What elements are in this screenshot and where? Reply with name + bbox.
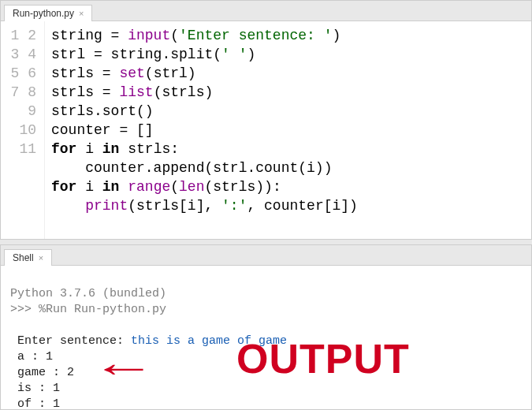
editor-tab-label: Run-python.py [13,8,74,19]
code-token: print [85,198,128,214]
code-token: ) [332,28,340,43]
editor-tab-bar: Run-python.py × [1,1,531,21]
code-token: (strls)): [204,179,281,195]
shell-user-input: this is a game of game [131,334,287,348]
close-icon[interactable]: × [79,9,84,18]
code-token: in [102,179,120,195]
code-token: strls: [119,141,179,157]
shell-body[interactable]: Python 3.7.6 (bundled) >>> %Run Run-pyth… [1,266,531,409]
code-token: counter.append(strl.count(i)) [51,160,332,176]
code-token: ( [170,179,179,195]
editor-pane: Run-python.py × 1 2 3 4 5 6 7 8 9 10 11 … [0,0,532,240]
code-token: (strls[i], [128,198,221,214]
code-token: in [102,141,120,157]
code-token: strls = [51,84,119,100]
shell-output: a : 1 game : 2 is : 1 of : 1 this : 1 [10,350,74,409]
code-token: set [119,65,144,81]
code-token: i [76,179,102,195]
code-token [51,198,85,214]
shell-tab[interactable]: Shell × [4,249,52,266]
code-area[interactable]: 1 2 3 4 5 6 7 8 9 10 11 string = input('… [1,21,531,239]
code-token: ) [247,47,255,62]
code-token: ' ' [221,47,247,62]
code-token: i [76,141,102,157]
code-token: len [179,179,204,195]
code-token [119,179,128,195]
shell-run-command: %Run Run-python.py [39,303,166,316]
code-token: range [128,179,170,195]
code-token: strls = [51,65,119,81]
close-icon[interactable]: × [39,253,43,263]
code-token: (strls) [154,84,214,100]
code-token: input [128,28,170,43]
shell-input-prompt: Enter sentence: [17,334,131,348]
code-token: counter = [] [51,122,154,138]
code-token: list [119,84,153,100]
shell-prompt: >>> [10,303,32,316]
code-token: ':' [221,198,247,214]
editor-tab[interactable]: Run-python.py × [4,5,92,21]
code-token: , counter[i]) [247,198,357,214]
code-token: (strl) [145,65,196,81]
line-number-gutter: 1 2 3 4 5 6 7 8 9 10 11 [1,21,45,239]
shell-pane: Shell × Python 3.7.6 (bundled) >>> %Run … [0,244,532,410]
code-token: string = [51,28,128,43]
code-token: strl = string.split( [51,47,221,62]
code-token: strls.sort() [51,103,154,119]
shell-tab-bar: Shell × [1,245,531,266]
code-token: ( [170,28,179,43]
code-content[interactable]: string = input('Enter sentence: ') strl … [45,21,531,239]
code-token: 'Enter sentence: ' [179,28,332,43]
code-token: for [51,179,76,195]
code-token: for [51,141,76,157]
shell-tab-label: Shell [13,252,34,263]
shell-banner: Python 3.7.6 (bundled) [10,287,166,300]
